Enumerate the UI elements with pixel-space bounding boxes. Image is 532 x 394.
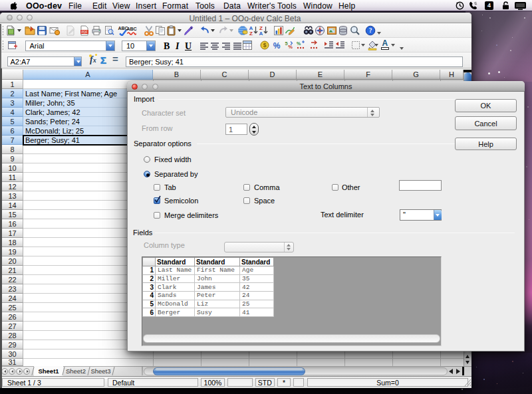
svg-text:5: 5 — [285, 41, 287, 47]
svg-text:$: $ — [263, 42, 267, 49]
svg-text:?: ? — [368, 27, 372, 34]
svg-text:%: % — [288, 44, 293, 50]
svg-text:A: A — [259, 31, 263, 36]
svg-text:PDF: PDF — [81, 31, 87, 34]
svg-text:%: % — [273, 41, 281, 50]
svg-text:%: % — [296, 41, 301, 46]
svg-text:Z: Z — [249, 31, 253, 36]
svg-text:ABC: ABC — [126, 27, 136, 31]
